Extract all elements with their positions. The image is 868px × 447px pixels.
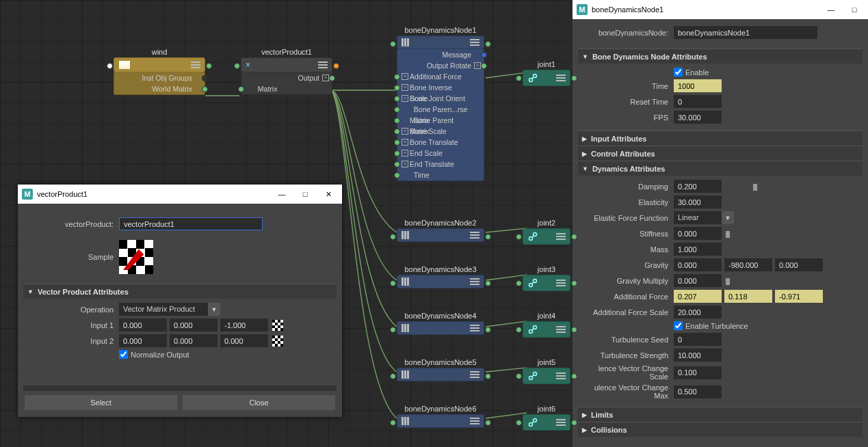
add-force-x[interactable] [674,290,722,303]
output-port[interactable] [485,373,491,379]
window-titlebar[interactable]: M boneDynamicsNode1 — □ [573,0,868,19]
input-port[interactable] [390,420,396,426]
menu-icon[interactable] [556,419,566,426]
minimize-button[interactable]: — [821,5,841,14]
output-port[interactable] [206,63,212,69]
close-button[interactable]: Close [183,395,335,410]
section-limits[interactable]: ▶Limits [578,407,863,422]
node-wind[interactable]: wind Inst Obj Groups World Matrix [114,48,205,95]
turb-vcm-input[interactable] [674,385,722,398]
section-vector-product-attrs[interactable]: ▼Vector Product Attributes [23,284,337,299]
node-joint2[interactable]: joint2 [523,219,570,245]
h-scrollbar[interactable] [23,385,337,391]
menu-icon[interactable] [470,325,479,331]
output-port[interactable] [571,280,577,286]
output-port[interactable] [333,63,339,69]
node-joint5[interactable]: joint5 [523,358,570,384]
normalize-checkbox[interactable] [119,350,128,359]
maximize-button[interactable]: □ [845,5,864,14]
damping-input[interactable] [674,180,722,193]
input-port[interactable] [516,420,522,426]
node-joint3[interactable]: joint3 [523,265,570,291]
output-port[interactable] [571,75,577,81]
output-port[interactable] [485,41,491,47]
gravity-y[interactable] [724,258,772,271]
node-vectorProduct1[interactable]: vectorProduct1 × Output+ Matrix [241,48,332,95]
time-input[interactable] [674,79,722,92]
close-button[interactable]: ✕ [319,190,338,199]
input-port[interactable] [516,75,522,81]
input1-z[interactable] [220,319,268,331]
input1-y[interactable] [170,319,218,331]
elastic-force-dropdown[interactable]: Linear▼ [674,211,734,224]
menu-icon[interactable] [470,39,479,46]
add-force-y[interactable] [724,290,772,303]
node-joint4[interactable]: joint4 [523,312,570,338]
stiffness-input[interactable] [674,227,722,240]
input-port[interactable] [390,327,396,333]
menu-icon[interactable] [470,371,479,378]
output-port[interactable] [571,327,577,333]
turb-seed-input[interactable] [674,333,722,346]
enable-checkbox[interactable] [674,68,683,77]
node-name-input[interactable] [119,217,263,230]
node-boneDynamicsNode5[interactable]: boneDynamicsNode5 [397,358,484,381]
minimize-button[interactable]: — [272,190,291,198]
gravity-mult-slider[interactable] [726,275,863,286]
section-dynamics-attrs[interactable]: ▼Dynamics Attributes [578,161,863,176]
node-joint1[interactable]: joint1 [523,60,570,86]
node-boneDynamicsNode2[interactable]: boneDynamicsNode2 [397,219,484,242]
menu-icon[interactable] [556,74,566,81]
menu-icon[interactable] [556,280,566,286]
menu-icon[interactable] [470,232,479,239]
input-port[interactable] [516,327,522,333]
node-joint6[interactable]: joint6 [523,405,570,431]
output-port[interactable] [485,280,491,286]
output-port[interactable] [571,420,577,426]
output-port[interactable] [485,234,491,240]
operation-dropdown[interactable]: Vector Matrix Product▼ [119,303,220,316]
elasticity-input[interactable] [674,195,722,208]
input1-x[interactable] [119,319,167,331]
input-port[interactable] [390,280,396,286]
section-collisions[interactable]: ▶Collisions [578,422,863,437]
menu-icon[interactable] [318,62,328,68]
add-force-scale-input[interactable] [674,306,722,319]
menu-icon[interactable] [191,62,200,68]
mass-input[interactable] [674,243,722,256]
input-port[interactable] [516,373,522,379]
input-port[interactable] [390,234,396,240]
map-button[interactable] [272,320,283,331]
enable-turbulence-checkbox[interactable] [674,321,683,330]
input-port[interactable] [516,234,522,240]
reset-time-input[interactable] [674,95,722,108]
gravity-x[interactable] [674,258,722,271]
input-port[interactable] [107,63,113,69]
section-control-attrs[interactable]: ▶Control Attributes [578,146,863,161]
maximize-button[interactable]: □ [295,190,315,198]
map-button[interactable] [272,336,283,347]
stiffness-slider[interactable] [726,228,863,239]
node-name-input[interactable] [674,26,817,39]
turb-strength-input[interactable] [674,349,722,362]
boneDynamicsNode-attribute-window[interactable]: M boneDynamicsNode1 — □ boneDynamicsNode… [573,0,868,447]
turb-vcs-input[interactable] [674,366,722,379]
input-port[interactable] [516,280,522,286]
input-port[interactable] [390,373,396,379]
menu-icon[interactable] [556,326,566,333]
gravity-mult-input[interactable] [674,274,722,287]
vectorProduct1-attribute-window[interactable]: M vectorProduct1 — □ ✕ vectorProduct: Sa… [18,185,342,417]
input2-y[interactable] [170,334,218,347]
fps-input[interactable] [674,111,722,124]
output-port[interactable] [485,420,491,426]
output-port[interactable] [571,234,577,240]
node-boneDynamicsNode1[interactable]: boneDynamicsNode1 Message Output Rotate+… [397,26,484,181]
node-boneDynamicsNode4[interactable]: boneDynamicsNode4 [397,312,484,335]
node-boneDynamicsNode6[interactable]: boneDynamicsNode6 [397,405,484,428]
input2-z[interactable] [220,334,268,347]
section-bone-dynamics[interactable]: ▼Bone Dynamics Node Attributes [578,49,863,64]
damping-slider[interactable] [726,181,863,192]
menu-icon[interactable] [556,233,566,240]
output-port[interactable] [571,373,577,379]
section-input-attrs[interactable]: ▶Input Attributes [578,131,863,146]
